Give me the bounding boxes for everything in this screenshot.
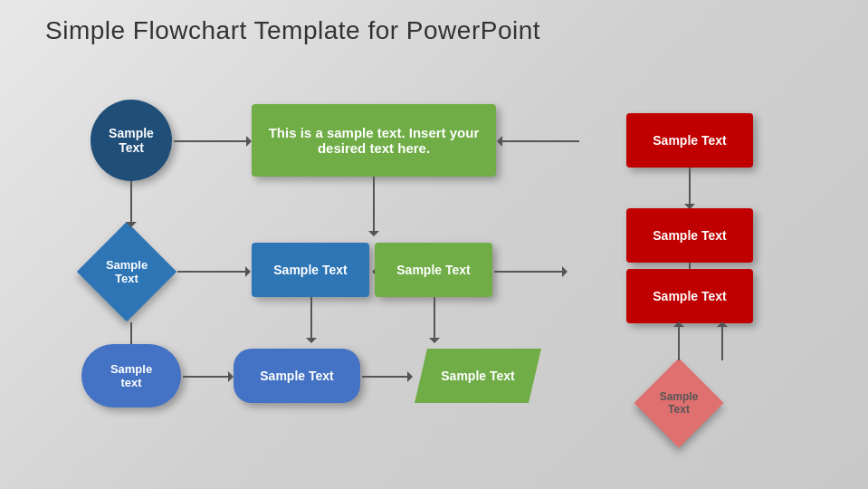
arrow-red-to-green [498, 140, 579, 142]
arrow-pink-to-red3-2 [721, 322, 723, 360]
blue-pill-rect: Sample Text [234, 349, 360, 403]
arrow-red1-to-red2 [689, 168, 691, 208]
oval-shape: Sample text [81, 344, 181, 408]
page-title: Simple Flowchart Template for PowerPoint [45, 16, 540, 45]
arrow-pink-to-red3 [678, 322, 680, 360]
arrow-oval-to-pill [183, 376, 233, 378]
arrow-greenmed-down [434, 297, 435, 342]
diamond-shape-1: Sample Text [77, 222, 176, 321]
circle-shape: Sample Text [91, 100, 172, 181]
arrow-blue-down [310, 297, 312, 342]
red-rect-2: Sample Text [626, 208, 753, 263]
green-rect-med: Sample Text [375, 243, 492, 297]
green-para-shape: Sample Text [415, 349, 541, 403]
blue-rect-med-1: Sample Text [252, 243, 369, 297]
arrow-greenmed-to-red [494, 271, 567, 273]
arrow-circle-to-diamond [130, 181, 132, 226]
arrow-green-down [373, 177, 375, 235]
arrow-pill-to-para [362, 376, 412, 378]
arrow-circle-to-green [174, 140, 251, 142]
red-rect-3: Sample Text [626, 269, 753, 323]
pink-diamond-shape: Sample Text [634, 358, 724, 448]
red-rect-1: Sample Text [626, 113, 753, 168]
green-rect-large: This is a sample text. Insert your desir… [252, 104, 496, 177]
arrow-diamond-to-blue [177, 271, 250, 273]
